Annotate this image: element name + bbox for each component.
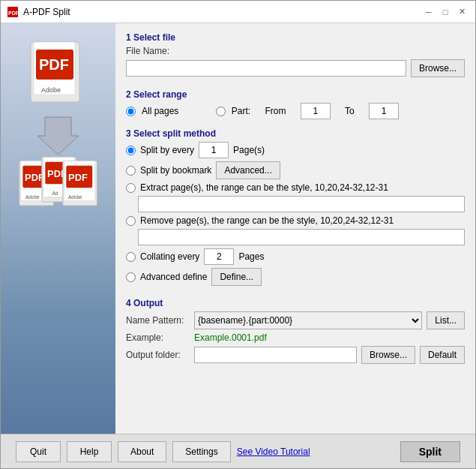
advanced-define-label: Advanced define bbox=[140, 272, 207, 282]
section-select-file: 1 Select file File Name: Browse... bbox=[126, 32, 465, 80]
remove-pages-row: Remove page(s), the range can be the sty… bbox=[126, 215, 465, 226]
about-button[interactable]: About bbox=[118, 441, 166, 462]
section2-title: 2 Select range bbox=[126, 89, 465, 100]
remove-pages-label: Remove page(s), the range can be the sty… bbox=[140, 215, 394, 226]
name-pattern-dropdown[interactable]: {basename}.{part:0000}{basename}.{part:0… bbox=[194, 311, 422, 329]
split-by-every-radio[interactable] bbox=[126, 146, 136, 155]
list-button[interactable]: List... bbox=[427, 311, 465, 329]
title-bar-controls: ─ □ ✕ bbox=[421, 5, 469, 20]
app-icon: PDF bbox=[7, 6, 19, 18]
advanced-button[interactable]: Advanced... bbox=[216, 161, 280, 179]
svg-text:PDF: PDF bbox=[8, 11, 19, 16]
split-by-every-input[interactable] bbox=[199, 142, 229, 158]
advanced-define-row: Advanced define Define... bbox=[126, 268, 465, 286]
section1-title: 1 Select file bbox=[126, 32, 465, 43]
output-browse-button[interactable]: Browse... bbox=[361, 346, 415, 364]
browse-file-button[interactable]: Browse... bbox=[411, 59, 465, 77]
output-folder-input[interactable] bbox=[194, 347, 357, 363]
help-button[interactable]: Help bbox=[67, 441, 112, 462]
output-folder-row: Output folder: Browse... Default bbox=[126, 346, 465, 364]
svg-text:Adobe: Adobe bbox=[68, 194, 82, 200]
split-by-bookmark-radio[interactable] bbox=[126, 166, 136, 176]
name-pattern-label: Name Pattern: bbox=[126, 315, 190, 326]
see-video-button[interactable]: See Video Tutorial bbox=[237, 441, 310, 462]
extract-pages-radio[interactable] bbox=[126, 183, 136, 193]
collating-row: Collating every Pages bbox=[126, 248, 465, 265]
remove-pages-radio[interactable] bbox=[126, 216, 136, 226]
content-area: PDF Adobe PDF Adobe bbox=[1, 23, 475, 434]
range-row: All pages Part: From To bbox=[126, 103, 465, 119]
name-pattern-row: Name Pattern: {basename}.{part:0000}{bas… bbox=[126, 311, 465, 329]
maximize-button[interactable]: □ bbox=[438, 5, 453, 20]
default-button[interactable]: Default bbox=[420, 346, 465, 364]
window-title: A-PDF Split bbox=[23, 7, 70, 17]
minimize-button[interactable]: ─ bbox=[421, 5, 436, 20]
collating-radio[interactable] bbox=[126, 252, 136, 262]
split-by-bookmark-label: Split by bookmark bbox=[140, 165, 211, 176]
arrow-down-icon bbox=[37, 113, 79, 155]
svg-text:Adobe: Adobe bbox=[25, 194, 40, 200]
svg-text:Ad: Ad bbox=[52, 191, 58, 196]
output-folder-label: Output folder: bbox=[126, 350, 190, 360]
define-button[interactable]: Define... bbox=[211, 268, 262, 286]
section3-title: 3 Select split method bbox=[126, 128, 465, 139]
collating-input[interactable] bbox=[204, 248, 234, 265]
svg-text:PDF: PDF bbox=[39, 56, 69, 73]
quit-button[interactable]: Quit bbox=[16, 441, 61, 462]
section-output: 4 Output Name Pattern: {basename}.{part:… bbox=[126, 298, 465, 367]
file-name-row: File Name: bbox=[126, 46, 465, 56]
collating-pages-label: Pages bbox=[238, 251, 264, 262]
extract-input-row bbox=[126, 196, 465, 212]
footer-left: Quit Help About Settings See Video Tutor… bbox=[16, 441, 310, 462]
section-split-method: 3 Select split method Split by every Pag… bbox=[126, 128, 465, 289]
settings-button[interactable]: Settings bbox=[172, 441, 230, 462]
pdf-icon-top: PDF Adobe bbox=[25, 38, 92, 113]
svg-marker-7 bbox=[37, 117, 79, 155]
split-by-every-label: Split by every bbox=[140, 145, 194, 155]
pages-label: Page(s) bbox=[233, 145, 265, 155]
from-label: From bbox=[265, 106, 286, 116]
part-radio[interactable] bbox=[216, 107, 226, 116]
main-window: PDF A-PDF Split ─ □ ✕ PDF Adobe bbox=[0, 0, 476, 469]
extract-input[interactable] bbox=[138, 196, 465, 212]
footer: Quit Help About Settings See Video Tutor… bbox=[1, 434, 475, 468]
split-button[interactable]: Split bbox=[400, 441, 460, 462]
title-bar: PDF A-PDF Split ─ □ ✕ bbox=[1, 1, 475, 23]
file-name-label: File Name: bbox=[126, 46, 169, 56]
section-select-range: 2 Select range All pages Part: From To bbox=[126, 89, 465, 119]
file-name-input-row: Browse... bbox=[126, 59, 465, 77]
main-panel: 1 Select file File Name: Browse... 2 Sel… bbox=[115, 23, 475, 434]
remove-input-row bbox=[126, 229, 465, 245]
split-by-every-row: Split by every Page(s) bbox=[126, 142, 465, 158]
svg-text:PDF: PDF bbox=[68, 172, 88, 183]
all-pages-radio[interactable] bbox=[126, 107, 136, 116]
collating-label: Collating every bbox=[140, 251, 199, 262]
extract-pages-label: Extract page(s), the range can be the st… bbox=[140, 182, 388, 193]
to-input[interactable] bbox=[369, 103, 399, 119]
pdf-icon-bottom-right: PDF Adobe bbox=[61, 158, 102, 211]
example-label: Example: bbox=[126, 332, 190, 343]
part-label: Part: bbox=[232, 106, 250, 116]
example-value: Example.0001.pdf bbox=[194, 332, 267, 343]
to-label: To bbox=[345, 106, 355, 116]
example-row: Example: Example.0001.pdf bbox=[126, 332, 465, 343]
all-pages-label: All pages bbox=[142, 106, 178, 116]
remove-input[interactable] bbox=[138, 229, 465, 245]
file-name-input[interactable] bbox=[126, 60, 406, 77]
pdf-icons-bottom: PDF Adobe PDF Ad PDF Adobe bbox=[17, 155, 100, 215]
split-by-bookmark-row: Split by bookmark Advanced... bbox=[126, 161, 465, 179]
from-input[interactable] bbox=[301, 103, 331, 119]
svg-text:Adobe: Adobe bbox=[41, 86, 61, 94]
title-bar-left: PDF A-PDF Split bbox=[7, 6, 70, 18]
advanced-define-radio[interactable] bbox=[126, 272, 136, 282]
sidebar: PDF Adobe PDF Adobe bbox=[1, 23, 115, 434]
section4-title: 4 Output bbox=[126, 298, 465, 308]
close-button[interactable]: ✕ bbox=[454, 5, 469, 20]
extract-pages-row: Extract page(s), the range can be the st… bbox=[126, 182, 465, 193]
